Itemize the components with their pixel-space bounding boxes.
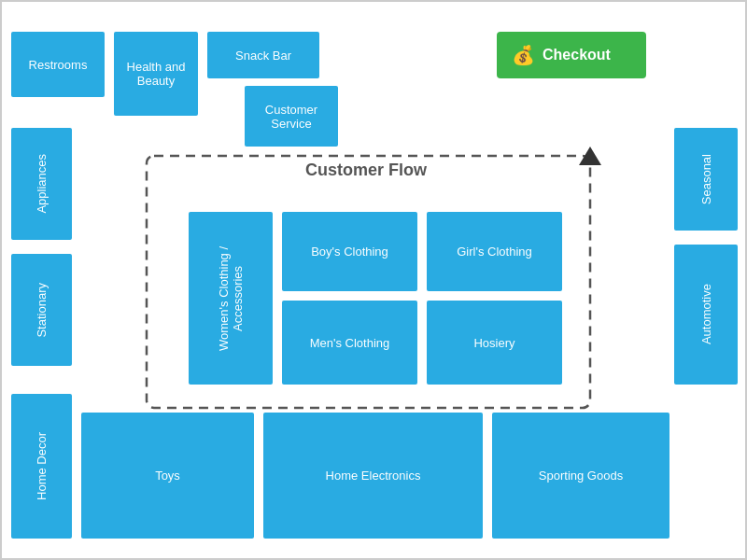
store-map: 💰 Checkout Customer Flow RestroomsHealth… bbox=[0, 0, 747, 560]
dept-hosiery: Hosiery bbox=[427, 301, 562, 385]
customer-flow-label: Customer Flow bbox=[254, 161, 478, 180]
dept-boys-clothing: Boy's Clothing bbox=[282, 212, 417, 291]
dept-snack-bar: Snack Bar bbox=[207, 32, 319, 78]
dept-appliances: Appliances bbox=[11, 128, 72, 240]
dept-customer-service: Customer Service bbox=[245, 86, 338, 147]
dept-mens-clothing: Men's Clothing bbox=[282, 301, 417, 385]
dept-womens-clothing: Women's Clothing / Accessories bbox=[189, 212, 273, 385]
svg-marker-1 bbox=[579, 147, 601, 165]
dept-automotive: Automotive bbox=[674, 245, 738, 385]
dept-home-decor: Home Decor bbox=[11, 394, 72, 539]
dept-toys: Toys bbox=[81, 413, 254, 539]
checkout-icon: 💰 bbox=[512, 44, 535, 66]
dept-health-beauty: Health and Beauty bbox=[114, 32, 198, 116]
dept-sporting-goods: Sporting Goods bbox=[492, 413, 669, 539]
dept-home-electronics: Home Electronics bbox=[263, 413, 483, 539]
checkout-label: Checkout bbox=[543, 47, 611, 63]
dept-girls-clothing: Girl's Clothing bbox=[427, 212, 562, 291]
checkout-button[interactable]: 💰 Checkout bbox=[497, 32, 646, 78]
dept-seasonal: Seasonal bbox=[674, 128, 738, 231]
dept-restrooms: Restrooms bbox=[11, 32, 105, 97]
dept-stationary: Stationary bbox=[11, 254, 72, 366]
